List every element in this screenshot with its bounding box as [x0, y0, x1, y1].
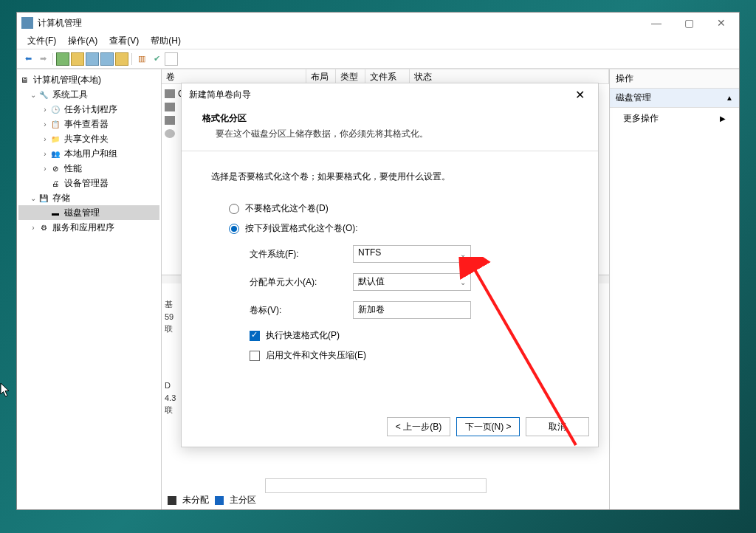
disk-icon: [165, 103, 175, 111]
disk-icon: [165, 129, 175, 138]
dialog-title: 新建简单卷向导: [189, 89, 568, 101]
toolbar-icon-3[interactable]: [86, 52, 99, 66]
chevron-up-icon: ▲: [726, 94, 733, 102]
menu-file[interactable]: 文件(F): [23, 33, 61, 49]
toolbar-icon-6[interactable]: ▥: [135, 52, 148, 66]
col-layout[interactable]: 布局: [306, 69, 336, 83]
enable-compression-checkbox[interactable]: 启用文件和文件夹压缩(E): [250, 349, 568, 362]
window-title: 计算机管理: [38, 17, 640, 30]
tree-task-scheduler[interactable]: ›🕒任务计划程序: [18, 102, 159, 117]
actions-disk-management[interactable]: 磁盘管理▲: [610, 89, 739, 108]
toolbar: ⬅ ➡ ▥ ✔: [17, 49, 739, 69]
toolbar-icon-5[interactable]: [115, 52, 128, 66]
dialog-title-bar: 新建简单卷向导 ✕: [182, 83, 598, 106]
actions-header: 操作: [610, 69, 739, 89]
alloc-label: 分配单元大小(A):: [250, 276, 353, 289]
tree-device-manager[interactable]: 🖨设备管理器: [18, 176, 159, 190]
menu-bar: 文件(F) 操作(A) 查看(V) 帮助(H): [17, 33, 739, 49]
chevron-right-icon: ▶: [720, 114, 726, 123]
fs-label: 文件系统(F):: [250, 248, 353, 261]
legend-unallocated-icon: [168, 496, 176, 505]
menu-view[interactable]: 查看(V): [105, 33, 143, 49]
dialog-close-button[interactable]: ✕: [568, 88, 591, 102]
tree-performance[interactable]: ›⊘性能: [18, 161, 159, 176]
disk-info-0: 基 59 联: [162, 298, 181, 335]
toolbar-icon-8[interactable]: [165, 52, 178, 66]
close-button[interactable]: ✕: [705, 13, 738, 33]
back-icon[interactable]: ⬅: [21, 52, 35, 66]
tree-storage[interactable]: ⌄💾存储: [18, 190, 159, 205]
dialog-heading-area: 格式化分区 要在这个磁盘分区上储存数据，你必须先将其格式化。: [182, 106, 598, 151]
fs-select[interactable]: NTFS⌄: [353, 245, 471, 263]
tree-services-apps[interactable]: ›⚙服务和应用程序: [18, 220, 159, 235]
alloc-select[interactable]: 默认值⌄: [353, 273, 471, 291]
actions-panel: 操作 磁盘管理▲ 更多操作▶: [609, 69, 739, 509]
disk-info-1: D 4.3 联: [162, 379, 181, 416]
toolbar-icon-4[interactable]: [100, 52, 114, 66]
col-type[interactable]: 类型: [336, 69, 365, 83]
radio-no-format[interactable]: 不要格式化这个卷(D): [229, 202, 568, 215]
checkbox-icon: [250, 331, 260, 341]
chevron-down-icon: ⌄: [460, 250, 466, 258]
forward-icon[interactable]: ➡: [36, 52, 49, 66]
col-volume[interactable]: 卷: [162, 69, 306, 83]
tree-system-tools[interactable]: ⌄🔧系统工具: [18, 87, 159, 102]
list-header: 卷 布局 类型 文件系统 状态: [162, 69, 609, 84]
checkbox-icon: [250, 351, 260, 361]
tree-panel: 🖥计算机管理(本地) ⌄🔧系统工具 ›🕒任务计划程序 ›📋事件查看器 ›📁共享文…: [17, 69, 162, 509]
dialog-subheading: 要在这个磁盘分区上储存数据，你必须先将其格式化。: [216, 128, 583, 140]
app-icon: [21, 17, 33, 29]
disk-icon: [165, 116, 175, 125]
menu-help[interactable]: 帮助(H): [146, 33, 185, 49]
toolbar-icon-1[interactable]: [56, 52, 69, 66]
vol-label: 卷标(V):: [250, 304, 353, 317]
chevron-down-icon: ⌄: [460, 278, 466, 286]
title-bar: 计算机管理 — ▢ ✕: [17, 13, 739, 33]
col-status[interactable]: 状态: [410, 69, 609, 83]
cursor-icon: [0, 382, 12, 399]
legend-unallocated-label: 未分配: [182, 494, 209, 506]
tree-root[interactable]: 🖥计算机管理(本地): [18, 72, 159, 87]
actions-more[interactable]: 更多操作▶: [610, 108, 739, 129]
menu-action[interactable]: 操作(A): [63, 33, 102, 49]
radio-icon: [229, 224, 239, 234]
volume-layout-bar: [265, 478, 487, 493]
radio-icon: [229, 204, 239, 214]
tree-shared-folders[interactable]: ›📁共享文件夹: [18, 131, 159, 146]
col-fs[interactable]: 文件系统: [365, 69, 410, 83]
back-button[interactable]: < 上一步(B): [387, 417, 450, 436]
wizard-dialog: 新建简单卷向导 ✕ 格式化分区 要在这个磁盘分区上储存数据，你必须先将其格式化。…: [181, 83, 599, 447]
toolbar-icon-7[interactable]: ✔: [150, 52, 163, 66]
tree-event-viewer[interactable]: ›📋事件查看器: [18, 117, 159, 131]
dialog-body: 选择是否要格式化这个卷；如果要格式化，要使用什么设置。 不要格式化这个卷(D) …: [182, 151, 598, 410]
legend: 未分配 主分区: [165, 491, 259, 509]
vol-input[interactable]: 新加卷: [353, 301, 471, 319]
tree-local-users[interactable]: ›👥本地用户和组: [18, 146, 159, 161]
tree-disk-management[interactable]: ▬磁盘管理: [18, 205, 159, 220]
cancel-button[interactable]: 取消: [526, 417, 589, 436]
legend-primary-label: 主分区: [230, 494, 256, 506]
quick-format-checkbox[interactable]: 执行快速格式化(P): [250, 329, 568, 342]
dialog-heading: 格式化分区: [202, 112, 583, 125]
legend-primary-icon: [215, 496, 224, 505]
radio-format[interactable]: 按下列设置格式化这个卷(O):: [229, 222, 568, 235]
minimize-button[interactable]: —: [640, 13, 673, 33]
next-button[interactable]: 下一页(N) >: [456, 417, 520, 436]
dialog-footer: < 上一步(B) 下一页(N) > 取消: [182, 410, 598, 447]
toolbar-icon-2[interactable]: [71, 52, 84, 66]
dialog-instruction: 选择是否要格式化这个卷；如果要格式化，要使用什么设置。: [211, 171, 568, 183]
disk-icon: [165, 89, 175, 98]
maximize-button[interactable]: ▢: [673, 13, 705, 33]
